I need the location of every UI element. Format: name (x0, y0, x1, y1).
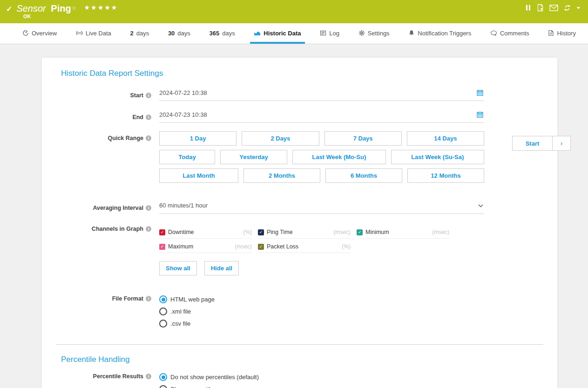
refresh-menu-caret-icon[interactable] (576, 7, 581, 9)
start-date-input[interactable]: 2024-07-22 10:38 (159, 89, 484, 101)
channel-unit: (%) (243, 229, 252, 235)
tab-30-days[interactable]: 30 days (164, 23, 194, 44)
channel-name: Packet Loss (267, 243, 298, 250)
tab-comments[interactable]: Comments (487, 23, 533, 44)
quick-range-label-group: Quick Range i (42, 131, 151, 141)
sensor-title-group: ✓ Sensor Ping⚐ ★★★★★ (6, 2, 118, 14)
radio-selected-icon[interactable] (159, 295, 167, 303)
tab-label: Overview (32, 30, 57, 37)
report-icon[interactable] (536, 4, 544, 12)
info-icon[interactable]: i (146, 135, 151, 141)
channel-downtime[interactable]: Downtime (%) (159, 229, 252, 239)
tab-label: days (222, 30, 235, 37)
channel-maximum[interactable]: Maximum (msec) (159, 243, 252, 253)
channel-unit: (%) (342, 243, 351, 250)
flag-icon[interactable]: ⚐ (72, 6, 77, 11)
start-date-row: Start i 2024-07-22 10:38 (42, 89, 557, 101)
channel-unit: (msec) (432, 229, 449, 235)
tab-historic-data[interactable]: Historic Data (250, 23, 304, 44)
quick-range-last-month-button[interactable]: Last Month (159, 168, 238, 183)
tab-365-days[interactable]: 365 days (206, 23, 239, 44)
show-all-button[interactable]: Show all (159, 261, 197, 275)
end-label: End (132, 114, 143, 120)
mail-icon[interactable] (549, 5, 558, 11)
averaging-interval-row: Averaging Interval i 60 minutes/1 hour (42, 202, 557, 214)
channel-minimum[interactable]: Minimum (msec) (357, 229, 449, 239)
comment-bubble-icon (490, 30, 497, 36)
percentile-results-label: Percentile Results (93, 373, 143, 380)
start-date-value: 2024-07-22 10:38 (159, 89, 207, 96)
section-title-percentile: Percentile Handling (42, 345, 557, 364)
channel-checkbox-4[interactable] (258, 244, 264, 250)
tab-label: days (136, 30, 149, 37)
quick-range-2-days-button[interactable]: 2 Days (242, 131, 319, 146)
file-format-html-option[interactable]: HTML web page (159, 295, 484, 303)
quick-range-6-months-button[interactable]: 6 Months (325, 168, 402, 183)
refresh-icon[interactable] (563, 4, 571, 12)
file-format-xml-option[interactable]: .xml file (159, 308, 484, 315)
chevron-down-icon (478, 202, 483, 209)
file-format-row: File Format i HTML web page .xml file .c… (42, 295, 557, 332)
info-icon[interactable]: i (146, 205, 151, 211)
percentile-hide-option[interactable]: Do not show percentiles (default) (159, 373, 484, 381)
tab-history[interactable]: History (544, 23, 579, 44)
quick-range-yesterday-button[interactable]: Yesterday (220, 150, 287, 164)
quick-range-last-week-su-sa-button[interactable]: Last Week (Su-Sa) (391, 150, 485, 164)
calendar-icon[interactable] (477, 111, 483, 119)
tab-label-number: 2 (130, 30, 133, 37)
calendar-icon[interactable] (477, 89, 483, 97)
pause-icon[interactable] (525, 4, 531, 11)
tab-2-days[interactable]: 2 days (126, 23, 153, 44)
quick-range-7-days-button[interactable]: 7 Days (324, 131, 402, 146)
quick-range-last-week-mo-su-button[interactable]: Last Week (Mo-Su) (292, 150, 386, 164)
channels-label: Channels in Graph (92, 226, 143, 232)
start-options-chevron-button[interactable]: › (552, 136, 571, 151)
radio-icon[interactable] (159, 308, 167, 315)
end-date-input[interactable]: 2024-07-23 10:38 (159, 111, 484, 123)
quick-range-2-months-button[interactable]: 2 Months (243, 168, 320, 183)
quick-range-today-button[interactable]: Today (159, 150, 215, 164)
percentile-show-option[interactable]: Show percentiles (159, 385, 484, 388)
tab-notification-triggers[interactable]: Notification Triggers (405, 23, 475, 44)
gear-icon (358, 30, 365, 36)
header-actions (525, 4, 581, 12)
tab-label: Log (329, 30, 339, 37)
file-format-csv-option[interactable]: .csv file (159, 320, 484, 328)
start-label-group: Start i (42, 92, 151, 99)
percentile-results-label-group: Percentile Results i (42, 373, 151, 380)
channel-checkbox-grid: Downtime (%) Ping Time (msec) Minimum (m… (159, 229, 484, 253)
quick-range-1-day-button[interactable]: 1 Day (159, 131, 237, 146)
tab-settings[interactable]: Settings (355, 23, 393, 44)
priority-stars[interactable]: ★★★★★ (84, 4, 118, 11)
status-ok-check-icon: ✓ (6, 5, 12, 13)
status-badge: OK (23, 13, 31, 19)
radio-icon[interactable] (159, 385, 167, 388)
quick-range-12-months-button[interactable]: 12 Months (407, 168, 484, 183)
start-report-button[interactable]: Start (512, 136, 553, 151)
tab-overview[interactable]: Overview (19, 23, 61, 44)
info-icon[interactable]: i (146, 374, 151, 379)
channel-checkbox-0[interactable] (159, 229, 165, 235)
channel-packet-loss[interactable]: Packet Loss (%) (258, 243, 351, 253)
tab-live-data[interactable]: Live Data (72, 23, 115, 44)
quick-range-label: Quick Range (108, 135, 143, 141)
historic-data-panel: Historic Data Report Settings Start i 20… (42, 58, 557, 388)
quick-range-14-days-button[interactable]: 14 Days (407, 131, 484, 146)
tab-log[interactable]: Log (316, 23, 343, 44)
radio-selected-icon[interactable] (159, 373, 167, 381)
channel-checkbox-3[interactable] (159, 244, 165, 250)
tab-label: Historic Data (264, 30, 301, 37)
info-icon[interactable]: i (146, 296, 151, 301)
averaging-interval-select[interactable]: 60 minutes/1 hour (159, 202, 484, 214)
channel-checkbox-1[interactable] (258, 229, 264, 235)
info-icon[interactable]: i (146, 93, 151, 98)
quick-range-row: Quick Range i 1 Day 2 Days 7 Days 14 Day… (42, 131, 557, 187)
info-icon[interactable]: i (146, 226, 151, 232)
hide-all-button[interactable]: Hide all (204, 261, 239, 275)
info-icon[interactable]: i (146, 114, 151, 120)
channel-ping-time[interactable]: Ping Time (msec) (258, 229, 351, 239)
percentile-results-row: Percentile Results i Do not show percent… (42, 373, 557, 388)
channel-checkbox-2[interactable] (357, 229, 363, 235)
radio-icon[interactable] (159, 320, 167, 328)
area-chart-icon (254, 30, 261, 36)
